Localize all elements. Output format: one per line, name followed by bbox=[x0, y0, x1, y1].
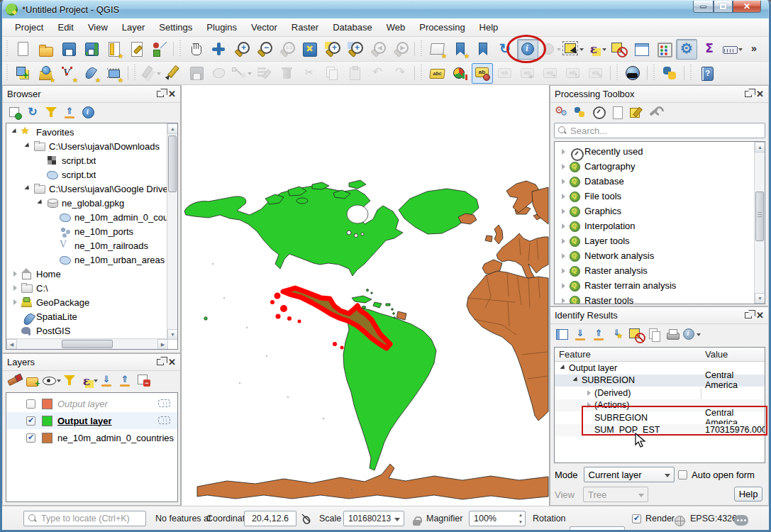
browser-tree-item[interactable]: ne_global.gpkg bbox=[6, 196, 177, 210]
undo-button[interactable] bbox=[367, 63, 388, 84]
collapse-tree-button[interactable] bbox=[590, 326, 607, 343]
copy-features-button[interactable] bbox=[321, 63, 343, 84]
processing-toolbox-button[interactable] bbox=[676, 39, 697, 60]
dropdown-caret-icon[interactable] bbox=[579, 40, 584, 59]
dropdown-caret-icon[interactable] bbox=[738, 40, 743, 59]
save-project-as-button[interactable] bbox=[80, 39, 101, 60]
sum-statistics-button[interactable] bbox=[699, 39, 720, 60]
magnifier-input[interactable]: 100% bbox=[469, 511, 526, 526]
new-shapefile-layer-button[interactable]: ★ bbox=[57, 63, 79, 84]
close-panel-icon[interactable]: ✕ bbox=[756, 91, 764, 98]
help-button[interactable]: Help bbox=[734, 487, 762, 501]
filter-by-expression-button[interactable] bbox=[79, 372, 96, 389]
menu-item[interactable]: Web bbox=[379, 20, 413, 35]
close-panel-icon[interactable]: ✕ bbox=[168, 359, 176, 366]
save-layer-edits-button[interactable] bbox=[185, 63, 206, 84]
browser-refresh-button[interactable] bbox=[24, 104, 41, 121]
toolbox-group-item[interactable]: Cartography bbox=[555, 159, 765, 174]
browser-tree-item[interactable]: GeoPackage bbox=[6, 295, 177, 309]
print-response-button[interactable] bbox=[664, 326, 681, 343]
coordinate-input[interactable]: 20.4,12.6 bbox=[244, 511, 296, 526]
menu-item[interactable]: Processing bbox=[412, 20, 472, 35]
scroll-thumb[interactable] bbox=[62, 340, 113, 348]
toolbox-group-item[interactable]: Recently used bbox=[555, 144, 765, 159]
browser-tree-item[interactable]: C:\ bbox=[6, 281, 177, 295]
data-source-manager-button[interactable] bbox=[12, 63, 33, 84]
paste-features-button[interactable] bbox=[344, 63, 365, 84]
render-checkbox[interactable] bbox=[632, 514, 641, 523]
open-layer-styling-button[interactable] bbox=[6, 372, 23, 389]
layer-row[interactable]: ne_10m_admin_0_countries bbox=[6, 429, 177, 446]
toolbox-group-item[interactable]: Database bbox=[555, 174, 765, 189]
dropdown-caret-icon[interactable] bbox=[557, 40, 561, 59]
modify-attributes-button[interactable] bbox=[253, 63, 274, 84]
scroll-thumb[interactable] bbox=[168, 135, 177, 192]
new-geopackage-layer-button[interactable]: ★ bbox=[35, 63, 56, 84]
manage-map-themes-button[interactable] bbox=[43, 372, 60, 389]
scroll-left-icon[interactable]: ◀ bbox=[6, 339, 17, 350]
minimize-button[interactable] bbox=[693, 1, 714, 13]
browser-tree-item[interactable]: ne_10m_railroads bbox=[6, 238, 177, 253]
identify-mode-button[interactable] bbox=[682, 326, 699, 343]
expander-icon[interactable] bbox=[23, 184, 33, 194]
menu-item[interactable]: Layer bbox=[115, 20, 152, 35]
collapse-all-button[interactable] bbox=[116, 372, 133, 389]
close-panel-icon[interactable]: ✕ bbox=[756, 312, 764, 319]
browser-tree-item[interactable]: script.txt bbox=[6, 167, 177, 182]
vertex-tool-button[interactable] bbox=[231, 63, 252, 84]
toolbox-group-item[interactable]: Raster tools bbox=[555, 293, 765, 304]
toolbox-vscrollbar[interactable]: ▲ ▼ bbox=[754, 142, 765, 304]
menu-item[interactable]: View bbox=[81, 20, 115, 35]
dropdown-caret-icon[interactable] bbox=[157, 64, 161, 83]
toolbox-models-button[interactable] bbox=[572, 104, 589, 121]
scroll-up-icon[interactable]: ▲ bbox=[167, 123, 178, 134]
expand-tree-button[interactable] bbox=[572, 326, 589, 343]
crs-globe-icon[interactable] bbox=[675, 513, 685, 528]
layer-row[interactable]: Output layer bbox=[6, 412, 177, 429]
copy-feature-button[interactable] bbox=[645, 326, 662, 343]
scroll-up-icon[interactable]: ▲ bbox=[755, 142, 765, 153]
current-edits-button[interactable] bbox=[140, 63, 161, 84]
expand-all-button[interactable] bbox=[98, 372, 115, 389]
zoom-to-layer-button[interactable] bbox=[344, 39, 365, 60]
layer-row[interactable]: Output layer bbox=[6, 395, 177, 412]
expander-icon[interactable] bbox=[559, 147, 569, 157]
toolbox-settings-button[interactable] bbox=[645, 104, 662, 121]
pan-to-selection-button[interactable] bbox=[208, 39, 229, 60]
menu-item[interactable]: Raster bbox=[284, 20, 326, 35]
value-column-header[interactable]: Value bbox=[705, 349, 728, 360]
help-button[interactable] bbox=[696, 63, 717, 84]
rotation-input[interactable]: 0.0 ° bbox=[570, 526, 625, 532]
identify-row[interactable]: (Derived) bbox=[555, 387, 765, 399]
float-panel-icon[interactable] bbox=[745, 312, 752, 318]
show-hide-labels-button[interactable] bbox=[517, 63, 538, 84]
expander-icon[interactable] bbox=[49, 226, 59, 236]
expander-icon[interactable] bbox=[559, 177, 569, 187]
dropdown-caret-icon[interactable] bbox=[602, 40, 606, 59]
layer-labeling-button[interactable] bbox=[426, 63, 448, 84]
layer-visibility-checkbox[interactable] bbox=[26, 433, 35, 443]
identify-features-button[interactable] bbox=[517, 39, 538, 60]
browser-tree-item[interactable]: ne_10m_urban_areas bbox=[6, 253, 177, 267]
add-feature-button[interactable] bbox=[208, 63, 229, 84]
expander-icon[interactable] bbox=[584, 400, 594, 410]
identify-row[interactable]: SUBREGION Central America bbox=[555, 375, 765, 387]
expander-icon[interactable] bbox=[559, 236, 569, 246]
expander-icon[interactable] bbox=[559, 363, 569, 373]
expander-icon[interactable] bbox=[11, 297, 21, 307]
select-features-button[interactable] bbox=[562, 39, 584, 60]
expander-icon[interactable] bbox=[584, 388, 594, 398]
identify-row[interactable]: SUBREGION Central America bbox=[555, 411, 765, 424]
close-button[interactable]: ✕ bbox=[733, 1, 761, 13]
memory-layer-indicator-icon[interactable] bbox=[158, 416, 170, 424]
delete-selected-button[interactable] bbox=[276, 63, 297, 84]
menu-item[interactable]: Settings bbox=[152, 20, 199, 35]
feature-column-header[interactable]: Feature bbox=[555, 349, 591, 360]
dropdown-caret-icon[interactable] bbox=[697, 326, 701, 342]
menu-item[interactable]: Edit bbox=[50, 20, 80, 35]
layer-visibility-checkbox[interactable] bbox=[26, 399, 35, 409]
toggle-editing-button[interactable] bbox=[162, 63, 184, 84]
toolbox-history-button[interactable] bbox=[590, 104, 607, 121]
browser-vscrollbar[interactable]: ▲ ▼ bbox=[167, 123, 177, 340]
menu-item[interactable]: Plugins bbox=[199, 20, 244, 35]
